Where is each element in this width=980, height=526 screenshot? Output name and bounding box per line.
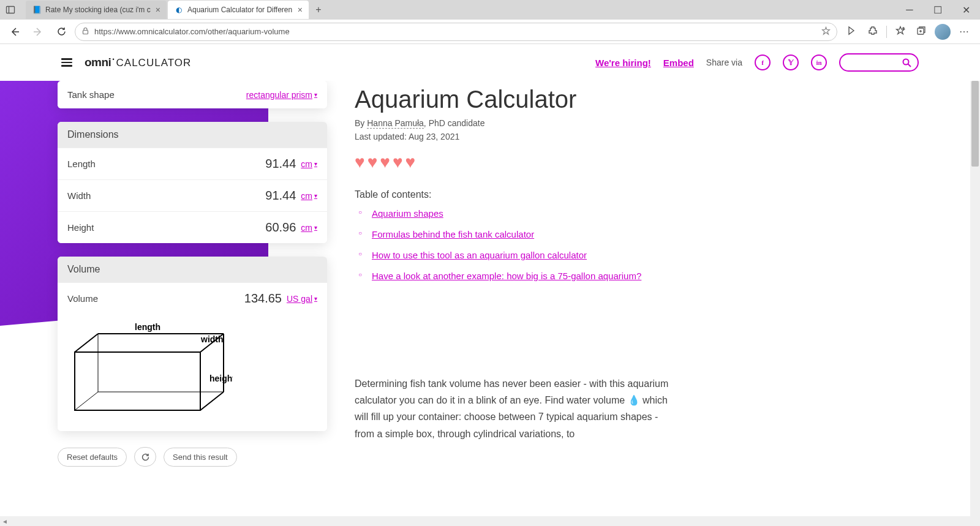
embed-link[interactable]: Embed: [663, 58, 694, 68]
svg-line-15: [200, 392, 224, 410]
more-icon[interactable]: ⋯: [957, 26, 971, 37]
toc-title: Table of contents:: [355, 189, 673, 200]
tank-shape-select[interactable]: rectangular prism: [246, 90, 317, 100]
favicon-icon: ◐: [174, 5, 184, 15]
heart-icon: ♥: [368, 152, 378, 172]
reader-icon[interactable]: [845, 26, 859, 38]
tab-1[interactable]: 📘 Rate My stocking idea (cuz i'm c ×: [26, 1, 167, 19]
svg-line-11: [908, 64, 911, 67]
tab-title: Aquarium Calculator for Differen: [187, 6, 294, 14]
svg-line-13: [75, 334, 98, 352]
minimize-button[interactable]: ─: [895, 0, 924, 20]
reload-button[interactable]: [134, 447, 156, 467]
tab-2-active[interactable]: ◐ Aquarium Calculator for Differen ×: [168, 1, 309, 19]
length-unit-select[interactable]: cm: [301, 159, 317, 169]
site-logo[interactable]: omni• CALCULATOR: [85, 56, 191, 69]
close-icon[interactable]: ×: [156, 5, 160, 15]
favorites-icon[interactable]: [893, 26, 908, 38]
facebook-icon[interactable]: f: [755, 54, 771, 70]
maximize-button[interactable]: ☐: [924, 0, 952, 20]
close-window-button[interactable]: ✕: [952, 0, 980, 20]
height-label: Height: [67, 222, 94, 233]
scrollbar-thumb[interactable]: [971, 81, 979, 167]
article-body: Determining fish tank volume has never b…: [355, 375, 673, 442]
svg-rect-0: [7, 7, 15, 13]
height-input[interactable]: 60.96: [253, 220, 296, 235]
heart-icon: ♥: [380, 152, 390, 172]
svg-point-10: [903, 59, 909, 64]
toc-list: Aquarium shapes Formulas behind the fish…: [355, 206, 673, 284]
byline: By Hanna Pamuła, PhD candidate: [355, 118, 673, 128]
page-title: Aquarium Calculator: [355, 86, 673, 113]
toc-link[interactable]: Aquarium shapes: [372, 208, 443, 219]
volume-label: Volume: [67, 293, 98, 304]
toc-link[interactable]: Formulas behind the fish tank calculator: [372, 229, 534, 239]
author-link[interactable]: Hanna Pamuła: [367, 118, 424, 129]
menu-button[interactable]: [61, 58, 72, 67]
collections-icon[interactable]: [914, 26, 929, 38]
scroll-left-icon[interactable]: ◄: [0, 518, 10, 525]
close-icon[interactable]: ×: [298, 5, 303, 15]
height-unit-select[interactable]: cm: [301, 223, 317, 233]
svg-text:length: length: [135, 322, 160, 332]
extensions-icon[interactable]: [865, 26, 880, 38]
last-updated: Last updated: Aug 23, 2021: [355, 132, 673, 141]
width-label: Width: [67, 190, 91, 201]
reset-defaults-button[interactable]: Reset defaults: [58, 448, 127, 467]
svg-text:width: width: [200, 334, 224, 344]
share-label: Share via: [706, 58, 742, 67]
svg-rect-12: [75, 352, 200, 410]
profile-avatar[interactable]: [935, 24, 951, 40]
volume-unit-select[interactable]: US gal: [287, 294, 317, 304]
refresh-button[interactable]: [51, 22, 71, 42]
svg-text:height: height: [209, 374, 233, 383]
hiring-link[interactable]: We're hiring!: [595, 58, 651, 68]
volume-header: Volume: [58, 257, 327, 282]
tank-shape-label: Tank shape: [67, 89, 115, 100]
linkedin-icon[interactable]: in: [811, 54, 827, 70]
svg-line-18: [75, 392, 98, 410]
back-button[interactable]: [5, 22, 24, 42]
toc-link[interactable]: Have a look at another example: how big …: [372, 271, 641, 281]
length-input[interactable]: 91.44: [253, 157, 296, 171]
width-input[interactable]: 91.44: [253, 189, 296, 203]
width-unit-select[interactable]: cm: [301, 191, 317, 201]
favicon-icon: 📘: [32, 5, 42, 15]
url-text: https://www.omnicalculator.com/other/aqu…: [94, 27, 290, 36]
heart-icon: ♥: [405, 152, 416, 172]
vertical-scrollbar[interactable]: [970, 81, 980, 526]
send-result-button[interactable]: Send this result: [164, 448, 237, 467]
logo-text: CALCULATOR: [116, 57, 192, 69]
svg-rect-4: [83, 30, 88, 34]
volume-value[interactable]: 134.65: [239, 291, 282, 306]
search-input[interactable]: [839, 53, 919, 72]
toc-link[interactable]: How to use this tool as an aquarium gall…: [372, 250, 587, 260]
heart-icon: ♥: [393, 152, 403, 172]
address-bar[interactable]: https://www.omnicalculator.com/other/aqu…: [75, 23, 837, 41]
twitter-icon[interactable]: 𝕐: [783, 54, 799, 70]
horizontal-scrollbar[interactable]: ◄: [0, 516, 970, 526]
heart-icon: ♥: [355, 152, 365, 172]
favorite-icon[interactable]: [821, 26, 831, 37]
tab-actions-button[interactable]: [0, 1, 21, 18]
new-tab-button[interactable]: +: [310, 1, 327, 18]
rating-hearts[interactable]: ♥ ♥ ♥ ♥ ♥: [355, 152, 673, 172]
prism-diagram: length width height: [58, 314, 327, 431]
length-label: Length: [67, 159, 96, 169]
dimensions-header: Dimensions: [58, 122, 327, 148]
tab-title: Rate My stocking idea (cuz i'm c: [45, 6, 152, 14]
logo-brand: omni: [85, 56, 111, 69]
forward-button[interactable]: [28, 22, 48, 42]
lock-icon: [81, 27, 89, 37]
